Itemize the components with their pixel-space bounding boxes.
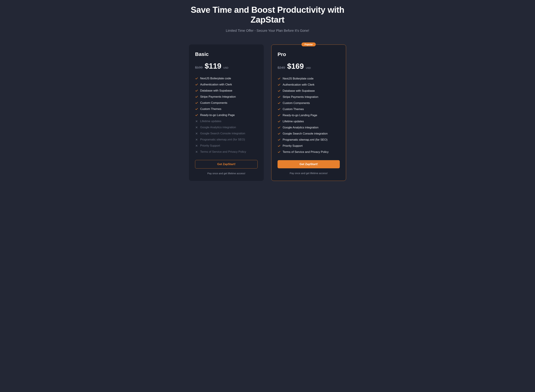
check-icon: [195, 101, 198, 104]
feature-item: Database with Supabase: [195, 88, 258, 94]
feature-item: Google Analytics integration: [277, 125, 340, 131]
feature-label: Google Search Console integration: [283, 132, 328, 135]
feature-item: Google Analytics integration: [195, 124, 258, 131]
get-zapstart-button[interactable]: Get ZapStart!: [277, 160, 340, 168]
feature-item: Custom Components: [277, 100, 340, 106]
x-icon: [195, 126, 198, 129]
feature-item: Stripe Payments Integration: [277, 94, 340, 100]
feature-item: Authentication with Clerk: [277, 82, 340, 88]
feature-label: Custom Components: [283, 101, 310, 105]
old-price: $249: [277, 66, 285, 70]
feature-label: Terms of Service and Privacy Policy: [200, 150, 246, 154]
feature-label: NextJS Boilerplate code: [283, 77, 313, 80]
feature-label: Database with Supabase: [200, 89, 232, 92]
pricing-card-pro: PopularPro$249$169USDNextJS Boilerplate …: [271, 45, 346, 181]
feature-label: Lifetime updates: [283, 120, 304, 123]
check-icon: [277, 150, 281, 154]
feature-item: Ready-to-go Landing Page: [195, 112, 258, 118]
x-icon: [195, 144, 198, 147]
feature-label: Authentication with Clerk: [283, 83, 315, 86]
price: $119: [205, 62, 221, 70]
plan-name: Basic: [195, 51, 258, 57]
check-icon: [195, 95, 198, 98]
old-price: $199: [195, 65, 203, 70]
check-icon: [277, 83, 281, 86]
check-icon: [195, 83, 198, 86]
feature-label: Priority Support: [283, 144, 302, 148]
feature-item: Priority Support: [277, 143, 340, 149]
feature-label: Stripe Payments Integration: [200, 95, 236, 98]
check-icon: [195, 77, 198, 80]
price-row: $199$119USD: [195, 62, 258, 70]
check-icon: [277, 138, 281, 141]
feature-label: NextJS Boilerplate code: [200, 77, 231, 80]
feature-item: Priority Support: [195, 143, 258, 149]
feature-label: Custom Components: [200, 101, 227, 105]
feature-item: Google Search Console integration: [277, 131, 340, 137]
feature-item: Database with Supabase: [277, 88, 340, 94]
pricing-cards: Basic$199$119USDNextJS Boilerplate codeA…: [174, 45, 361, 181]
feature-list: NextJS Boilerplate codeAuthentication wi…: [277, 76, 340, 155]
subheadline: Limited Time Offer - Secure Your Plan Be…: [174, 29, 361, 33]
check-icon: [277, 95, 281, 98]
feature-item: Programatic sitemap.xml (for SEO): [277, 137, 340, 143]
feature-item: Custom Themes: [277, 106, 340, 112]
feature-item: NextJS Boilerplate code: [277, 76, 340, 82]
popular-badge: Popular: [301, 42, 316, 46]
feature-item: NextJS Boilerplate code: [195, 75, 258, 82]
footnote: Pay once and get lifetime access!: [277, 172, 340, 175]
price-row: $249$169USD: [277, 62, 340, 70]
feature-item: Terms of Service and Privacy Policy: [277, 149, 340, 155]
feature-label: Google Analytics integration: [283, 126, 319, 129]
feature-label: Stripe Payments Integration: [283, 95, 318, 99]
plan-name: Pro: [277, 51, 340, 57]
get-zapstart-button[interactable]: Get ZapStart!: [195, 160, 258, 168]
check-icon: [277, 77, 281, 80]
feature-label: Google Analytics integration: [200, 126, 236, 129]
price: $169: [287, 62, 304, 70]
feature-item: Google Search Console integration: [195, 131, 258, 136]
check-icon: [277, 114, 281, 117]
check-icon: [277, 108, 281, 111]
feature-label: Priority Support: [200, 144, 220, 147]
check-icon: [277, 144, 281, 147]
feature-item: Custom Components: [195, 100, 258, 106]
feature-item: Terms of Service and Privacy Policy: [195, 149, 258, 155]
currency-label: USD: [306, 67, 311, 69]
check-icon: [195, 107, 198, 111]
feature-label: Google Search Console integration: [200, 132, 245, 135]
feature-item: Custom Themes: [195, 106, 258, 112]
feature-item: Stripe Payments Integration: [195, 94, 258, 100]
pricing-card-basic: Basic$199$119USDNextJS Boilerplate codeA…: [189, 45, 264, 181]
check-icon: [277, 126, 281, 129]
currency-label: USD: [223, 66, 228, 69]
check-icon: [277, 89, 281, 92]
check-icon: [277, 102, 281, 105]
feature-item: Ready-to-go Landing Page: [277, 112, 340, 118]
headline: Save Time and Boost Productivity with Za…: [174, 5, 361, 25]
feature-label: Lifetime updates: [200, 120, 221, 123]
feature-label: Database with Supabase: [283, 89, 315, 93]
feature-item: Authentication with Clerk: [195, 82, 258, 88]
check-icon: [195, 114, 198, 117]
feature-label: Ready-to-go Landing Page: [200, 113, 235, 117]
feature-item: Lifetime updates: [277, 118, 340, 125]
feature-label: Custom Themes: [283, 107, 304, 111]
check-icon: [195, 89, 198, 92]
feature-label: Authentication with Clerk: [200, 83, 232, 86]
x-icon: [195, 150, 198, 153]
feature-label: Custom Themes: [200, 107, 221, 111]
feature-label: Terms of Service and Privacy Policy: [283, 150, 329, 154]
feature-label: Ready-to-go Landing Page: [283, 114, 317, 117]
feature-label: Programatic sitemap.xml (for SEO): [283, 138, 328, 141]
feature-item: Lifetime updates: [195, 118, 258, 124]
footnote: Pay once and get lifetime access!: [195, 172, 258, 175]
check-icon: [277, 132, 281, 135]
feature-label: Programatic sitemap.xml (for SEO): [200, 138, 245, 141]
x-icon: [195, 138, 198, 141]
check-icon: [277, 120, 281, 123]
x-icon: [195, 120, 198, 123]
x-icon: [195, 132, 198, 135]
feature-item: Programatic sitemap.xml (for SEO): [195, 136, 258, 143]
feature-list: NextJS Boilerplate codeAuthentication wi…: [195, 75, 258, 155]
